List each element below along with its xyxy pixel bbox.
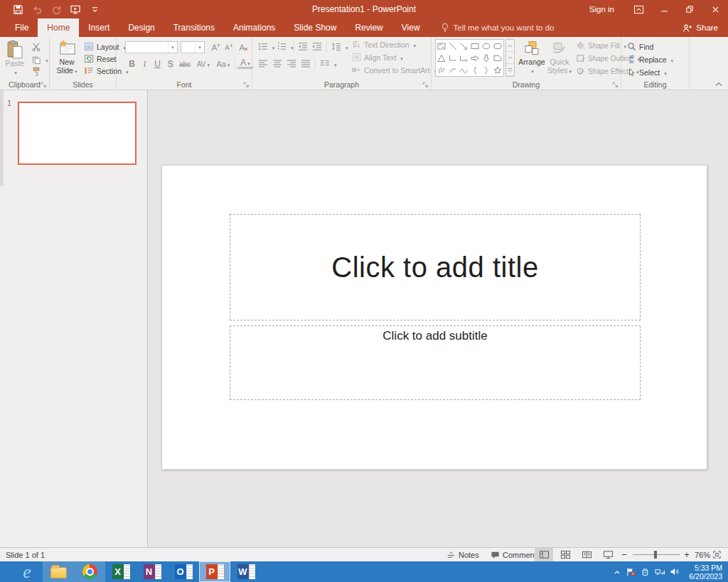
network-icon[interactable] — [655, 567, 665, 576]
slide-show-view-button[interactable] — [599, 548, 617, 561]
font-size-combo[interactable]: ▾ — [181, 41, 205, 53]
notes-toggle[interactable]: Notes — [446, 548, 479, 561]
strikethrough-button[interactable]: abc — [177, 58, 193, 70]
show-hidden-icons-button[interactable] — [614, 569, 621, 575]
shape-freeform[interactable] — [436, 64, 447, 76]
shape-elbow-connector[interactable] — [447, 52, 459, 64]
line-spacing-button[interactable] — [331, 42, 348, 51]
font-name-combo[interactable]: ▾ — [125, 41, 178, 53]
replace-button[interactable]: ab ac Replace — [627, 55, 673, 64]
decrease-font-size-button[interactable] — [223, 41, 235, 53]
normal-view-button[interactable] — [535, 548, 553, 561]
columns-button[interactable] — [320, 59, 337, 68]
zoom-out-button[interactable]: − — [621, 548, 627, 561]
taskbar-word[interactable]: W — [230, 561, 262, 582]
undo-button[interactable] — [31, 3, 43, 16]
reading-view-button[interactable] — [577, 548, 596, 561]
customize-quick-access-toolbar-button[interactable] — [88, 3, 101, 16]
save-button[interactable] — [11, 3, 24, 16]
fit-slide-to-window-button[interactable] — [712, 548, 722, 561]
shape-curve[interactable] — [459, 64, 470, 76]
shape-line[interactable] — [447, 40, 459, 52]
new-slide-button[interactable]: New Slide — [54, 40, 80, 76]
convert-to-smartart-button[interactable]: Convert to SmartArt — [352, 65, 437, 75]
text-shadow-button[interactable]: S — [164, 58, 176, 70]
tab-slide-show[interactable]: Slide Show — [284, 18, 346, 37]
paste-button[interactable]: Paste — [3, 40, 27, 77]
tab-transitions[interactable]: Transitions — [164, 18, 224, 37]
tab-design[interactable]: Design — [119, 18, 164, 37]
shape-left-brace[interactable] — [469, 64, 481, 76]
copy-button[interactable] — [31, 55, 48, 65]
text-direction-button[interactable]: Text Direction — [352, 40, 416, 49]
slide-indicator[interactable]: Slide 1 of 1 — [6, 548, 45, 561]
align-text-button[interactable]: Align Text — [352, 53, 403, 62]
format-painter-button[interactable] — [31, 67, 41, 77]
underline-button[interactable]: U — [151, 58, 164, 70]
increase-font-size-button[interactable] — [209, 41, 221, 53]
shape-rectangle[interactable] — [469, 40, 481, 52]
cut-button[interactable] — [31, 42, 41, 52]
quick-styles-button[interactable]: Quick Styles — [547, 40, 572, 76]
taskbar-powerpoint[interactable]: P — [199, 561, 230, 582]
action-center-icon[interactable] — [626, 567, 636, 577]
title-placeholder[interactable]: Click to add title — [230, 214, 641, 320]
subtitle-placeholder[interactable]: Click to add subtitle — [230, 325, 641, 400]
align-left-button[interactable] — [258, 59, 268, 68]
ribbon-display-options-button[interactable] — [626, 0, 651, 18]
numbering-button[interactable] — [277, 42, 294, 51]
shape-gallery-more-button[interactable] — [506, 64, 514, 76]
shape-snip-corner-rectangle[interactable] — [492, 52, 503, 64]
tab-animations[interactable]: Animations — [224, 18, 284, 37]
shape-elbow-arrow-connector[interactable] — [459, 52, 470, 64]
collapse-ribbon-button[interactable] — [715, 82, 722, 87]
change-case-button[interactable]: Aa — [215, 58, 232, 70]
clear-formatting-button[interactable] — [237, 41, 249, 53]
shape-right-arrow[interactable] — [469, 52, 481, 64]
share-button[interactable]: Share — [682, 18, 728, 37]
power-icon[interactable] — [641, 567, 650, 576]
shape-arc[interactable] — [447, 64, 459, 76]
tell-me-box[interactable]: Tell me what you want to do — [441, 18, 555, 37]
select-button[interactable]: Select — [627, 68, 667, 77]
restore-button[interactable] — [677, 0, 702, 18]
tab-review[interactable]: Review — [346, 18, 392, 37]
font-color-button[interactable]: A — [237, 58, 253, 69]
drawing-dialog-launcher[interactable] — [612, 82, 619, 88]
justify-button[interactable] — [301, 59, 311, 68]
slide[interactable]: Click to add title Click to add subtitle — [161, 165, 707, 470]
sign-in-button[interactable]: Sign in — [578, 5, 626, 14]
paragraph-dialog-launcher[interactable] — [422, 82, 429, 88]
close-button[interactable] — [702, 0, 728, 18]
font-name-input[interactable] — [126, 43, 168, 52]
tab-file[interactable]: File — [6, 18, 38, 37]
shape-right-brace[interactable] — [481, 64, 492, 76]
taskbar-file-explorer[interactable] — [43, 561, 74, 582]
font-size-input[interactable] — [181, 43, 195, 52]
volume-icon[interactable] — [670, 567, 680, 576]
shape-down-arrow[interactable] — [481, 52, 492, 64]
taskbar-clock[interactable]: 5:33 PM 6/20/2023 — [685, 564, 722, 581]
font-dialog-launcher[interactable] — [243, 82, 250, 88]
italic-button[interactable]: I — [139, 58, 151, 70]
redo-button[interactable] — [50, 3, 63, 16]
zoom-slider[interactable] — [633, 548, 680, 561]
arrange-button[interactable]: Arrange — [518, 40, 545, 76]
comments-toggle[interactable]: Comments — [491, 548, 540, 561]
zoom-in-button[interactable]: + — [684, 548, 690, 561]
shape-text-box[interactable] — [436, 40, 447, 52]
shape-star[interactable] — [492, 64, 503, 76]
thumbnail-scrollbar[interactable] — [0, 90, 4, 186]
align-right-button[interactable] — [287, 59, 296, 68]
paste-dropdown[interactable] — [13, 68, 17, 77]
clipboard-dialog-launcher[interactable] — [41, 82, 47, 88]
font-size-dropdown[interactable]: ▾ — [195, 42, 204, 53]
taskbar-internet-explorer[interactable]: e — [11, 561, 43, 582]
zoom-slider-thumb[interactable] — [654, 551, 657, 559]
shape-fill-button[interactable]: Shape Fill — [576, 41, 626, 50]
decrease-indent-button[interactable] — [298, 42, 308, 51]
bullets-button[interactable] — [258, 42, 275, 51]
tab-view[interactable]: View — [392, 18, 429, 37]
shape-oval[interactable] — [481, 40, 492, 52]
taskbar-chrome[interactable] — [74, 561, 105, 582]
